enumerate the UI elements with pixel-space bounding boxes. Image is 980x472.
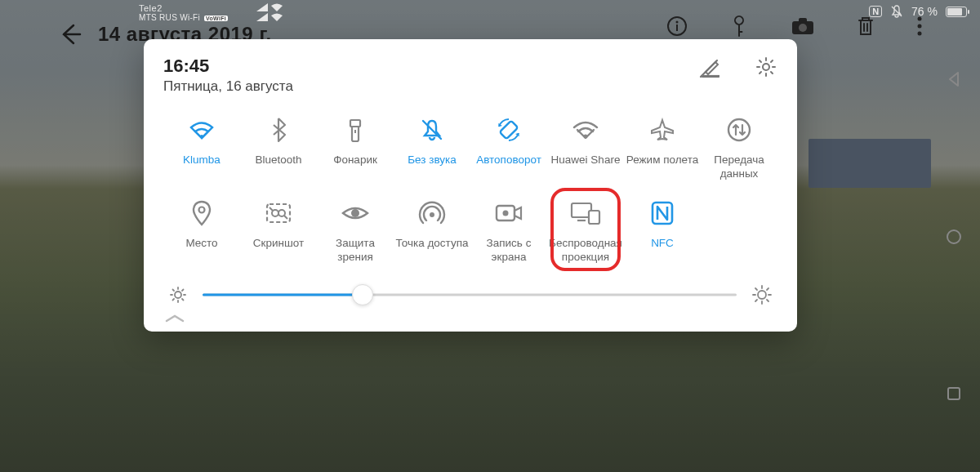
svg-point-10 [947, 230, 960, 243]
tile-flashlight[interactable]: Фонарик [317, 109, 394, 186]
bluetooth-icon [270, 113, 287, 147]
tile-wifi[interactable]: Klumba [163, 109, 240, 186]
carrier-2: MTS RUS Wi-Fi VoWiFi [139, 13, 228, 22]
location-icon [191, 196, 212, 230]
nfc-icon [650, 196, 675, 230]
battery-icon [946, 7, 967, 17]
flashlight-icon [346, 113, 364, 147]
svg-point-26 [503, 211, 509, 216]
svg-point-22 [278, 210, 285, 216]
svg-point-17 [584, 135, 588, 139]
nav-recent[interactable] [946, 385, 962, 402]
nfc-indicator: N [869, 6, 882, 17]
svg-point-13 [200, 135, 203, 138]
svg-point-19 [199, 207, 205, 213]
panel-handle[interactable] [163, 314, 777, 323]
svg-point-6 [799, 24, 807, 32]
mute-indicator-icon [890, 5, 903, 18]
brightness-low-icon [168, 285, 188, 305]
svg-point-23 [351, 209, 359, 217]
svg-point-30 [175, 292, 181, 298]
signal-icon [256, 3, 283, 11]
brightness-high-icon [751, 284, 773, 305]
tile-hotspot[interactable]: Точка доступа [394, 193, 470, 269]
tile-label: NFC [651, 237, 674, 266]
status-bar: Tele2 MTS RUS Wi-Fi VoWiFi N 76 % [0, 3, 980, 21]
tile-nfc[interactable]: NFC [624, 193, 701, 269]
nav-back[interactable] [945, 70, 963, 88]
tile-label: Точка доступа [396, 237, 469, 266]
edit-icon[interactable] [699, 56, 722, 78]
tile-label: Bluetooth [255, 154, 301, 183]
wifi-icon-2 [271, 13, 283, 21]
nav-home[interactable] [945, 228, 963, 246]
svg-point-24 [430, 212, 434, 217]
quick-settings-panel: 16:45 Пятница, 16 августа KlumbaBluetoot… [144, 39, 797, 332]
tile-label: Режим полета [626, 154, 698, 183]
tile-huawei-share[interactable]: Huawei Share [547, 109, 624, 186]
svg-rect-2 [676, 24, 678, 31]
tile-label: Huawei Share [551, 154, 621, 183]
tile-label: Автоповорот [476, 154, 541, 183]
tile-label: Беспроводная проекция [549, 237, 622, 266]
vowifi-badge: VoWiFi [204, 16, 228, 21]
svg-point-21 [272, 210, 278, 216]
tile-label: Без звука [408, 154, 457, 183]
tile-airplane[interactable]: Режим полета [624, 109, 701, 186]
tile-wireless-projection[interactable]: Беспроводная проекция [547, 193, 624, 269]
tile-eye-comfort[interactable]: Защита зрения [317, 193, 394, 269]
tile-label: Место [185, 237, 217, 266]
svg-rect-16 [500, 121, 519, 140]
svg-point-9 [918, 32, 922, 36]
system-nav [938, 0, 970, 472]
tile-bluetooth[interactable]: Bluetooth [240, 109, 317, 186]
tile-screen-record[interactable]: Запись с экрана [470, 193, 547, 269]
svg-point-12 [763, 64, 769, 70]
wifi-icon [271, 3, 283, 11]
tile-label: Передача данных [702, 154, 776, 183]
wifi-icon [188, 113, 216, 147]
autorotate-icon [496, 113, 522, 147]
battery-percent: 76 % [911, 5, 938, 18]
settings-icon[interactable] [755, 56, 777, 78]
airplane-icon [649, 113, 675, 147]
svg-rect-11 [948, 388, 960, 399]
svg-point-18 [728, 119, 750, 140]
panel-date: Пятница, 16 августа [163, 78, 293, 95]
carrier-1: Tele2 [139, 3, 228, 13]
tile-label: Запись с экрана [472, 237, 546, 266]
huawei-share-icon [572, 113, 599, 147]
screenshot-icon [265, 196, 292, 230]
screen-record-icon [494, 196, 523, 230]
tile-label: Фонарик [333, 154, 377, 183]
tile-location[interactable]: Место [163, 193, 240, 269]
tile-mute[interactable]: Без звука [394, 109, 470, 186]
panel-time: 16:45 [163, 56, 293, 77]
hotspot-icon [418, 196, 446, 230]
signal-icon-2 [256, 13, 283, 21]
wireless-projection-icon [569, 196, 602, 230]
mute-icon [420, 113, 444, 147]
svg-point-31 [758, 291, 766, 299]
tile-label: Klumba [183, 154, 220, 183]
back-button[interactable] [57, 22, 82, 47]
brightness-row [163, 284, 777, 305]
svg-rect-28 [589, 211, 599, 224]
brightness-slider[interactable] [203, 285, 737, 305]
tile-data[interactable]: Передача данных [701, 109, 777, 186]
tile-label: Защита зрения [318, 237, 392, 266]
svg-rect-14 [350, 120, 360, 127]
tile-screenshot[interactable]: Скриншот [240, 193, 317, 269]
tile-autorotate[interactable]: Автоповорот [470, 109, 547, 186]
svg-rect-15 [354, 130, 356, 133]
data-icon [726, 113, 752, 147]
svg-rect-27 [572, 203, 591, 217]
svg-point-8 [918, 24, 922, 29]
eye-comfort-icon [341, 196, 370, 230]
tiles-grid: KlumbaBluetoothФонарикБез звукаАвтоповор… [163, 109, 777, 269]
tile-label: Скриншот [253, 237, 304, 266]
